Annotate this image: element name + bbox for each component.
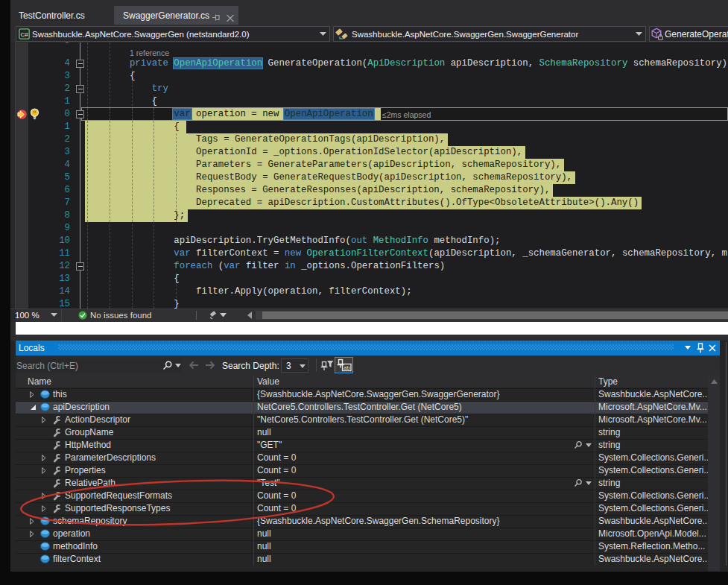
- svg-text:C#: C#: [20, 31, 28, 38]
- svg-text:ab: ab: [344, 364, 349, 371]
